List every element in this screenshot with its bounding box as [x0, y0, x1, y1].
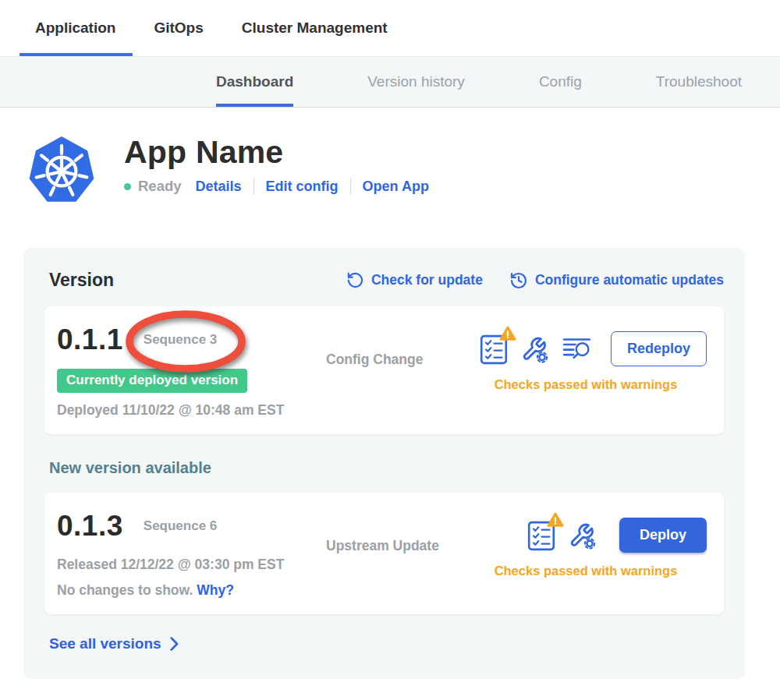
app-status-row: Ready Details Edit config Open App	[124, 178, 429, 195]
divider	[254, 178, 254, 195]
nav-tab-application-label: Application	[35, 19, 115, 37]
wrench-gear-icon	[569, 521, 597, 550]
checks-status-new: Checks passed with warnings	[465, 564, 707, 578]
new-version-actions: Deploy Checks passed with warnings	[465, 505, 707, 578]
lines-magnifier-icon	[562, 336, 591, 362]
deployed-timestamp: Deployed 11/10/22 @ 10:48 am EST	[57, 402, 326, 419]
configure-automatic-updates-link[interactable]: Configure automatic updates	[509, 271, 724, 290]
chevron-right-icon	[170, 637, 179, 651]
app-header-text: App Name Ready Details Edit config Open …	[124, 134, 429, 195]
version-card-title: Version	[49, 270, 114, 291]
current-version-line: 0.1.1 Sequence 3	[57, 319, 326, 361]
current-version-sequence: Sequence 3	[144, 332, 218, 348]
version-card-actions: Check for update Configure automatic upd…	[346, 271, 724, 290]
new-version-number: 0.1.3	[57, 510, 123, 543]
current-version-number: 0.1.1	[57, 323, 123, 356]
kubernetes-logo-icon	[26, 134, 98, 209]
current-version-card: 0.1.1 Sequence 3 Currently deployed vers…	[44, 306, 724, 434]
warning-triangle-icon	[499, 326, 516, 341]
tab-dashboard-label: Dashboard	[216, 73, 293, 90]
nav-tab-application[interactable]: Application	[35, 0, 115, 56]
refresh-icon	[346, 271, 364, 289]
see-all-versions-label: See all versions	[49, 635, 161, 652]
new-version-line: 0.1.3 Sequence 6	[57, 505, 326, 547]
status-dot-icon	[124, 183, 131, 190]
tab-version-history-label: Version history	[367, 73, 465, 90]
new-version-card: 0.1.3 Sequence 6 Released 12/12/22 @ 03:…	[44, 493, 724, 614]
current-version-info: 0.1.1 Sequence 3 Currently deployed vers…	[57, 319, 326, 419]
new-version-action-row: Deploy	[465, 518, 707, 553]
page-title: App Name	[124, 134, 429, 171]
current-version-actions: Redeploy Checks passed with warnings	[465, 319, 707, 392]
released-timestamp: Released 12/12/22 @ 03:30 pm EST	[57, 557, 326, 573]
check-for-update-label: Check for update	[371, 272, 483, 288]
page: Application GitOps Cluster Management Da…	[0, 0, 780, 700]
new-version-sequence: Sequence 6	[144, 518, 218, 534]
checks-status-current: Checks passed with warnings	[465, 377, 707, 392]
currently-deployed-badge: Currently deployed version	[57, 369, 247, 393]
tab-troubleshoot[interactable]: Troubleshoot	[656, 57, 742, 107]
view-files-icon[interactable]	[562, 336, 591, 362]
version-card: Version Check for update Configure au	[23, 248, 745, 679]
preflight-checks-icon[interactable]	[527, 520, 555, 551]
no-changes-text: No changes to show.	[57, 582, 193, 598]
active-nav-underline	[20, 53, 133, 56]
clock-history-icon	[509, 271, 528, 290]
no-changes-line: No changes to show. Why?	[57, 582, 326, 599]
new-version-source: Upstream Update	[326, 538, 465, 554]
warning-triangle-icon	[547, 512, 564, 528]
check-for-update-link[interactable]: Check for update	[346, 271, 483, 289]
new-version-info: 0.1.3 Sequence 6 Released 12/12/22 @ 03:…	[57, 505, 326, 599]
tab-config-label: Config	[539, 73, 582, 90]
see-all-versions-link[interactable]: See all versions	[49, 635, 179, 652]
configure-automatic-updates-label: Configure automatic updates	[535, 272, 724, 288]
wrench-gear-icon	[521, 335, 549, 363]
app-header: App Name Ready Details Edit config Open …	[0, 108, 780, 209]
nav-tab-gitops[interactable]: GitOps	[154, 0, 203, 56]
details-link[interactable]: Details	[196, 179, 242, 195]
edit-config-link[interactable]: Edit config	[266, 179, 339, 195]
version-card-header: Version Check for update Configure au	[44, 270, 724, 291]
nav-tab-cluster-management[interactable]: Cluster Management	[242, 0, 388, 56]
preflight-checks-icon[interactable]	[480, 334, 508, 365]
open-app-link[interactable]: Open App	[363, 179, 429, 195]
status-badge: Ready	[138, 178, 182, 195]
tab-dashboard[interactable]: Dashboard	[216, 57, 293, 107]
config-wrench-icon[interactable]	[569, 521, 597, 550]
current-version-source: Config Change	[326, 352, 465, 368]
config-wrench-icon[interactable]	[521, 335, 549, 363]
tab-config[interactable]: Config	[539, 57, 582, 107]
tab-troubleshoot-label: Troubleshoot	[656, 73, 742, 90]
current-version-action-row: Redeploy	[465, 331, 707, 366]
nav-tab-gitops-label: GitOps	[154, 19, 203, 37]
new-version-heading: New version available	[49, 459, 724, 477]
why-link[interactable]: Why?	[197, 582, 234, 598]
divider	[350, 178, 351, 195]
nav-tab-cluster-management-label: Cluster Management	[242, 19, 388, 37]
tab-version-history[interactable]: Version history	[367, 57, 465, 107]
deploy-button[interactable]: Deploy	[619, 518, 707, 553]
app-subnav: Dashboard Version history Config Trouble…	[0, 56, 780, 108]
redeploy-button[interactable]: Redeploy	[611, 331, 707, 366]
primary-nav: Application GitOps Cluster Management	[0, 0, 780, 56]
